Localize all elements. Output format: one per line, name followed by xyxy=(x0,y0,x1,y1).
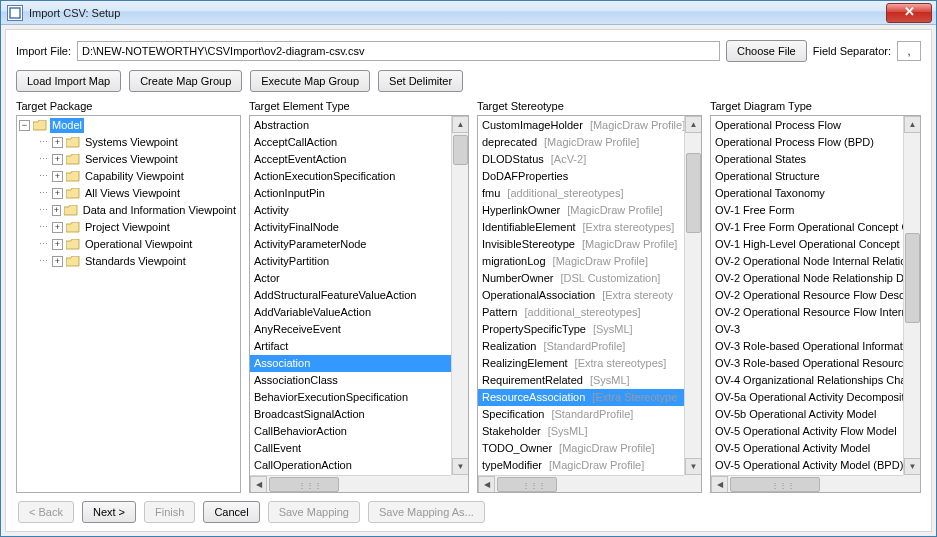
list-item[interactable]: BehaviorExecutionSpecification xyxy=(250,389,451,406)
scroll-left-icon[interactable]: ◀ xyxy=(250,476,267,493)
target-diagram-type-list[interactable]: Operational Process FlowOperational Proc… xyxy=(710,115,921,493)
scroll-up-icon[interactable]: ▲ xyxy=(452,116,469,133)
scroll-down-icon[interactable]: ▼ xyxy=(685,458,702,475)
choose-file-button[interactable]: Choose File xyxy=(726,40,807,62)
tree-root[interactable]: −Model xyxy=(17,117,240,134)
list-item[interactable]: CustomImageHolder[MagicDraw Profile] xyxy=(478,117,684,134)
list-item[interactable]: ResourceAssociation[Extra Stereotype xyxy=(478,389,684,406)
list-item[interactable]: OV-5 Operational Activity Model (BPD) xyxy=(711,457,903,474)
list-item[interactable]: OV-3 xyxy=(711,321,903,338)
list-item[interactable]: deprecated[MagicDraw Profile] xyxy=(478,134,684,151)
list-item[interactable]: OV-2 Operational Resource Flow Interna xyxy=(711,304,903,321)
tree-item[interactable]: ⋯+Operational Viewpoint xyxy=(17,236,240,253)
list-item[interactable]: CallEvent xyxy=(250,440,451,457)
list-item[interactable]: CallOperationAction xyxy=(250,457,451,474)
list-item[interactable]: Operational Taxonomy xyxy=(711,185,903,202)
scroll-left-icon[interactable]: ◀ xyxy=(478,476,495,493)
scroll-down-icon[interactable]: ▼ xyxy=(452,458,469,475)
list-item[interactable]: OV-2 Operational Node Relationship Des xyxy=(711,270,903,287)
list-item[interactable]: OV-5a Operational Activity Decompositio xyxy=(711,389,903,406)
list-item[interactable]: Operational States xyxy=(711,151,903,168)
target-element-type-list[interactable]: AbstractionAcceptCallActionAcceptEventAc… xyxy=(249,115,469,493)
expand-icon[interactable]: + xyxy=(52,239,63,250)
list-item[interactable]: AcceptCallAction xyxy=(250,134,451,151)
list-item[interactable]: RequirementRelated[SysML] xyxy=(478,372,684,389)
list-item[interactable]: OV-3 Role-based Operational Resource xyxy=(711,355,903,372)
list-item[interactable]: OV-3 Role-based Operational Informatio xyxy=(711,338,903,355)
collapse-icon[interactable]: − xyxy=(19,120,30,131)
expand-icon[interactable]: + xyxy=(52,222,63,233)
tree-item[interactable]: ⋯+Project Viewpoint xyxy=(17,219,240,236)
list-item[interactable]: AddStructuralFeatureValueAction xyxy=(250,287,451,304)
list-item[interactable]: Operational Process Flow (BPD) xyxy=(711,134,903,151)
list-item[interactable]: Stakeholder[SysML] xyxy=(478,423,684,440)
list-item[interactable]: Actor xyxy=(250,270,451,287)
list-item[interactable]: Pattern[additional_stereotypes] xyxy=(478,304,684,321)
scrollbar-horizontal[interactable]: ◀ ⋮⋮⋮ ▶ xyxy=(711,475,920,492)
close-button[interactable]: ✕ xyxy=(886,3,932,23)
list-item[interactable]: OV-2 Operational Resource Flow Descrip xyxy=(711,287,903,304)
tree-item[interactable]: ⋯+All Views Viewpoint xyxy=(17,185,240,202)
list-item[interactable]: OV-5b Operational Activity Model xyxy=(711,406,903,423)
list-item[interactable]: OV-1 Free Form Operational Concept Gr xyxy=(711,219,903,236)
expand-icon[interactable]: + xyxy=(52,137,63,148)
tree-item[interactable]: ⋯+Capability Viewpoint xyxy=(17,168,240,185)
list-item[interactable]: OV-1 Free Form xyxy=(711,202,903,219)
tree-item[interactable]: ⋯+Services Viewpoint xyxy=(17,151,240,168)
scroll-left-icon[interactable]: ◀ xyxy=(711,476,728,493)
list-item[interactable]: fmu[additional_stereotypes] xyxy=(478,185,684,202)
tree-item[interactable]: ⋯+Standards Viewpoint xyxy=(17,253,240,270)
list-item[interactable]: RealizingElement[Extra stereotypes] xyxy=(478,355,684,372)
load-import-map-button[interactable]: Load Import Map xyxy=(16,70,121,92)
field-separator-input[interactable] xyxy=(897,41,921,61)
list-item[interactable]: ActivityParameterNode xyxy=(250,236,451,253)
list-item[interactable]: AcceptEventAction xyxy=(250,151,451,168)
list-item[interactable]: ActionExecutionSpecification xyxy=(250,168,451,185)
list-item[interactable]: AddVariableValueAction xyxy=(250,304,451,321)
expand-icon[interactable]: + xyxy=(52,171,63,182)
list-item[interactable]: Operational Structure xyxy=(711,168,903,185)
list-item[interactable]: typeModifier[MagicDraw Profile] xyxy=(478,457,684,474)
tree-item[interactable]: ⋯+Data and Information Viewpoint xyxy=(17,202,240,219)
execute-map-group-button[interactable]: Execute Map Group xyxy=(250,70,370,92)
list-item[interactable]: OV-5 Operational Activity Model xyxy=(711,440,903,457)
scroll-down-icon[interactable]: ▼ xyxy=(904,458,921,475)
scroll-up-icon[interactable]: ▲ xyxy=(904,116,921,133)
tree-item[interactable]: ⋯+Systems Viewpoint xyxy=(17,134,240,151)
list-item[interactable]: Operational Process Flow xyxy=(711,117,903,134)
scrollbar-horizontal[interactable]: ◀ ⋮⋮⋮ ▶ xyxy=(478,475,701,492)
import-file-input[interactable] xyxy=(77,41,720,61)
expand-icon[interactable]: + xyxy=(52,205,61,216)
list-item[interactable]: Abstraction xyxy=(250,117,451,134)
scroll-up-icon[interactable]: ▲ xyxy=(685,116,702,133)
cancel-button[interactable]: Cancel xyxy=(203,501,259,523)
list-item[interactable]: DLODStatus[AcV-2] xyxy=(478,151,684,168)
list-item[interactable]: Specification[StandardProfile] xyxy=(478,406,684,423)
scrollbar-horizontal[interactable]: ◀ ⋮⋮⋮ ▶ xyxy=(250,475,468,492)
list-item[interactable]: DoDAFProperties xyxy=(478,168,684,185)
next-button[interactable]: Next > xyxy=(82,501,136,523)
list-item[interactable]: Association xyxy=(250,355,451,372)
list-item[interactable]: ActivityPartition xyxy=(250,253,451,270)
list-item[interactable]: NumberOwner[DSL Customization] xyxy=(478,270,684,287)
expand-icon[interactable]: + xyxy=(52,154,63,165)
list-item[interactable]: OV-4 Organizational Relationships Chart xyxy=(711,372,903,389)
list-item[interactable]: AssociationClass xyxy=(250,372,451,389)
list-item[interactable]: OV-2 Operational Node Internal Relation xyxy=(711,253,903,270)
list-item[interactable]: ActionInputPin xyxy=(250,185,451,202)
list-item[interactable]: AnyReceiveEvent xyxy=(250,321,451,338)
list-item[interactable]: PropertySpecificType[SysML] xyxy=(478,321,684,338)
create-map-group-button[interactable]: Create Map Group xyxy=(129,70,242,92)
list-item[interactable]: Artifact xyxy=(250,338,451,355)
list-item[interactable]: BroadcastSignalAction xyxy=(250,406,451,423)
list-item[interactable]: Activity xyxy=(250,202,451,219)
list-item[interactable]: OperationalAssociation[Extra stereoty xyxy=(478,287,684,304)
expand-icon[interactable]: + xyxy=(52,188,63,199)
scrollbar-vertical[interactable]: ▲ ▼ xyxy=(903,116,920,475)
list-item[interactable]: migrationLog[MagicDraw Profile] xyxy=(478,253,684,270)
scrollbar-vertical[interactable]: ▲ ▼ xyxy=(684,116,701,475)
list-item[interactable]: CallBehaviorAction xyxy=(250,423,451,440)
scrollbar-vertical[interactable]: ▲ ▼ xyxy=(451,116,468,475)
target-stereotype-list[interactable]: CustomImageHolder[MagicDraw Profile]depr… xyxy=(477,115,702,493)
list-item[interactable]: TODO_Owner[MagicDraw Profile] xyxy=(478,440,684,457)
